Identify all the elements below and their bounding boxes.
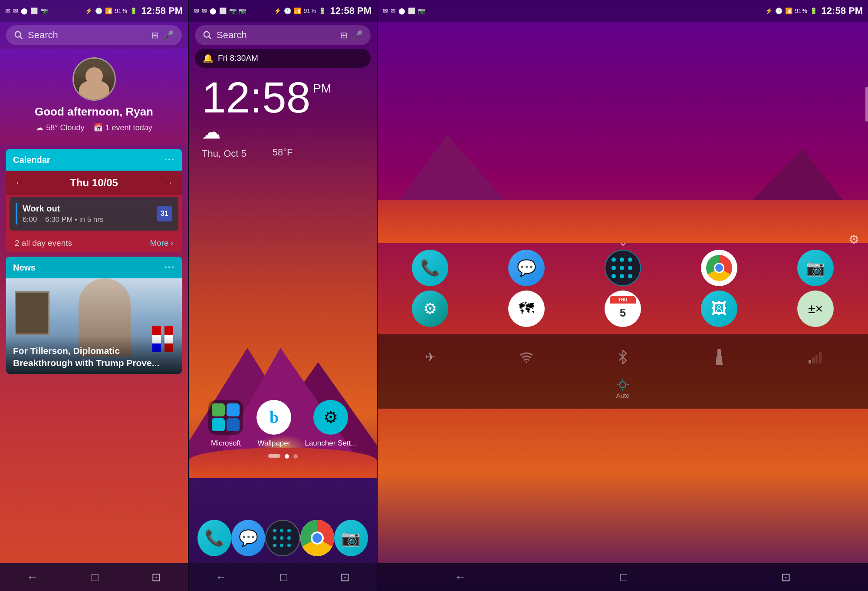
status-time-1: 12:58 PM	[141, 5, 183, 17]
launcher-settings-label: Launcher Sett...	[305, 439, 357, 448]
event-count-text: 1 event today	[105, 123, 152, 132]
weather-text: 58° Cloudy	[46, 123, 84, 132]
toggle-4g[interactable]	[802, 344, 829, 370]
auto-label: Auto	[616, 392, 630, 399]
news-card: News ··· For Tillerson, Diplomatic Break…	[6, 257, 182, 374]
status-bar-2: ✉ ✉ ⬤ ⬜ 📷 📷 ⚡ 🕐 📶 91% 🔋 12:58 PM	[189, 0, 377, 22]
clock-ampm: PM	[313, 83, 331, 95]
calendar-card-header: Calendar ···	[6, 149, 182, 171]
microsoft-label: Microsoft	[211, 439, 241, 448]
dock-messages-icon[interactable]: 💬	[231, 520, 265, 556]
event-info: 📅 1 event today	[93, 123, 152, 132]
ground-strip	[189, 448, 377, 482]
app-wallpaper[interactable]: b Wallpaper	[256, 400, 291, 448]
notification-icons-3: ✉ ✉ ⬤ ⬜ 📷	[383, 7, 426, 14]
chrome-center-3	[714, 263, 724, 273]
grid-allapps-icon	[605, 250, 641, 286]
launcher-settings-icon: ⚙	[313, 400, 348, 435]
back-button-2[interactable]: ←	[216, 571, 227, 584]
wifi-icon	[513, 344, 539, 370]
quick-settings-gear-icon[interactable]: ⚙	[848, 232, 859, 247]
toggle-bluetooth[interactable]	[610, 344, 636, 370]
recents-button-3[interactable]: ⊡	[781, 571, 791, 584]
chevron-down-icon[interactable]: ⌄	[618, 234, 628, 249]
toggle-airplane[interactable]: ✈	[417, 344, 443, 370]
search-placeholder-1: Search	[28, 30, 147, 41]
grid-phone[interactable]: 📞	[412, 250, 448, 286]
dock-apps-icon[interactable]	[265, 520, 300, 556]
event-item[interactable]: Work out 6:00 – 6:30 PM • in 5 hrs 31	[10, 197, 178, 231]
dock-chrome-icon[interactable]	[300, 520, 334, 556]
news-image[interactable]: For Tillerson, Diplomatic Breakthrough w…	[6, 278, 182, 374]
search-icon-1	[14, 30, 23, 40]
search-bar-1[interactable]: Search ⊞ 🎤	[6, 25, 182, 45]
calendar-mini-icon: 📅	[93, 123, 103, 132]
notification-icons-2: ✉ ✉ ⬤ ⬜ 📷 📷	[194, 7, 247, 14]
more-text: More	[150, 238, 168, 248]
svg-rect-10	[819, 352, 822, 363]
home-button-3[interactable]: □	[620, 571, 627, 584]
dock-phone-icon[interactable]: 📞	[197, 520, 231, 556]
app-icons-row: Microsoft b Wallpaper ⚙ Launcher Sett...	[189, 400, 377, 448]
status-bar-1: ✉ ✉ ⬤ ⬜ 📷 ⚡ 🕐 📶 91% 🔋 12:58 PM	[0, 0, 188, 22]
bt-icon-3: ⚡	[765, 7, 773, 14]
more-link[interactable]: More ›	[150, 238, 173, 248]
signal-icon: 📶	[105, 7, 112, 14]
back-button-3[interactable]: ←	[455, 571, 466, 584]
apps-dot	[628, 258, 632, 262]
dock-camera-icon[interactable]: 📷	[334, 520, 368, 556]
grid-calendar[interactable]: THU 5	[605, 291, 641, 327]
grid-maps[interactable]: 🗺	[508, 291, 545, 327]
recents-button-2[interactable]: ⊡	[340, 571, 350, 584]
news-menu-icon[interactable]: ···	[164, 262, 175, 273]
apps-dot	[612, 266, 616, 270]
grid-gallery[interactable]: 🖼	[701, 291, 737, 327]
all-day-count: 2 all day events	[15, 238, 72, 248]
event-time: 6:00 – 6:30 PM • in 5 hrs	[23, 215, 151, 224]
auto-brightness-toggle[interactable]: Auto	[613, 375, 632, 402]
app-grid-row-1: 📞 💬	[382, 250, 864, 286]
clock-widget: 12:58 PM ☁ Thu, Oct 5 58°F	[189, 71, 377, 164]
status-left-icons: ✉ ✉ ⬤ ⬜ 📷	[5, 7, 48, 14]
next-day-button[interactable]: →	[164, 177, 173, 188]
grid-settings[interactable]: ⚙	[412, 291, 448, 327]
news-overlay: For Tillerson, Diplomatic Breakthrough w…	[6, 336, 182, 374]
prev-day-button[interactable]: ←	[15, 177, 24, 188]
expand-icon-1[interactable]: ⊞	[151, 30, 159, 40]
back-button-1[interactable]: ←	[27, 571, 38, 584]
app-launcher-settings[interactable]: ⚙ Launcher Sett...	[305, 400, 357, 448]
home-button-2[interactable]: □	[280, 571, 287, 584]
mic-icon-1[interactable]: 🎤	[163, 30, 174, 40]
svg-rect-9	[815, 355, 818, 363]
grid-all-apps[interactable]	[605, 250, 641, 286]
grid-chrome[interactable]	[701, 250, 737, 286]
clock-meta: Thu, Oct 5 58°F	[202, 145, 364, 159]
calendar-menu-icon[interactable]: ···	[164, 154, 175, 165]
grid-calculator[interactable]: ±×	[797, 291, 834, 327]
bluetooth-toggle-icon	[610, 344, 636, 370]
battery-pct-2: 91%	[304, 7, 316, 14]
news-card-header: News ···	[6, 257, 182, 278]
svg-line-1	[20, 36, 23, 39]
auto-brightness-row: Auto	[382, 373, 864, 404]
status-right-2: ⚡ 🕐 📶 91% 🔋 12:58 PM	[274, 5, 372, 17]
toggle-flashlight[interactable]	[706, 344, 732, 370]
grid-camera[interactable]: 📷	[797, 250, 834, 286]
folder-app-4	[227, 418, 240, 431]
grid-messages-icon: 💬	[508, 250, 545, 286]
home-button-1[interactable]: □	[92, 571, 99, 584]
notification-icons: ✉ ✉ ⬤ ⬜ 📷	[5, 7, 48, 14]
toggle-wifi[interactable]	[513, 344, 539, 370]
notification-text: Fri 8:30AM	[218, 53, 258, 63]
app-dot	[280, 529, 283, 532]
grid-calculator-icon: ±×	[797, 291, 834, 327]
signal-icon-2: 📶	[294, 7, 301, 14]
page-dots	[189, 454, 377, 459]
recents-button-1[interactable]: ⊡	[151, 571, 161, 584]
grid-messages[interactable]: 💬	[508, 250, 545, 286]
bottom-nav-2: ← □ ⊡	[189, 563, 377, 591]
airplane-icon: ✈	[417, 344, 443, 370]
app-microsoft[interactable]: Microsoft	[208, 400, 243, 448]
folder-app-3	[212, 418, 225, 431]
bottom-nav-1: ← □ ⊡	[0, 563, 188, 591]
